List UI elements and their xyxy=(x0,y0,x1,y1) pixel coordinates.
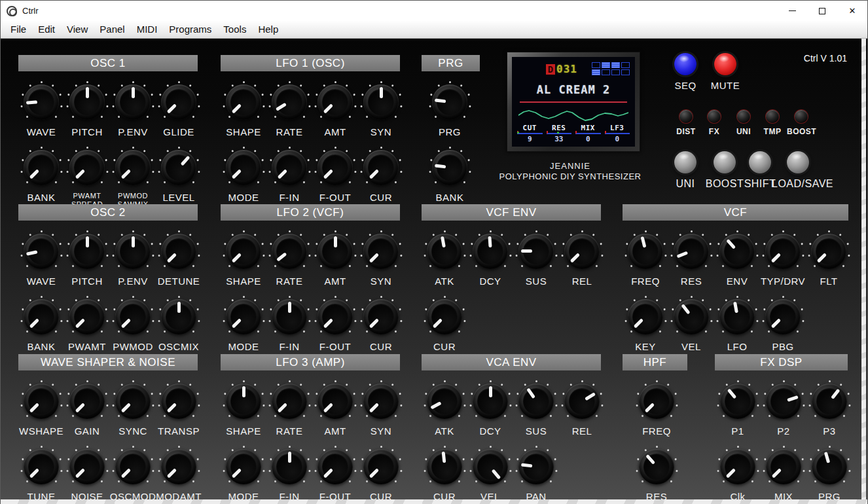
knob-osc1-glide[interactable] xyxy=(156,79,202,125)
knob-osc2-wave[interactable] xyxy=(18,228,64,274)
led-seq-lamp[interactable] xyxy=(674,53,696,75)
knob-vcfenv-sus[interactable] xyxy=(513,228,559,274)
knob-hpf-freq[interactable] xyxy=(634,378,679,424)
knob-wsn-wshape[interactable] xyxy=(18,378,64,424)
knob-osc1-pitch[interactable] xyxy=(64,79,110,125)
knob-osc2-p-env[interactable] xyxy=(110,228,156,274)
knob-wsn-modamt[interactable] xyxy=(156,444,202,490)
minimize-button[interactable] xyxy=(777,1,807,21)
menu-item-tools[interactable]: Tools xyxy=(217,21,252,38)
knob-osc1-wave[interactable] xyxy=(18,79,64,125)
knob-osc1-pwmod-sawmix[interactable] xyxy=(110,145,156,190)
knob-wsn-noise[interactable] xyxy=(64,444,110,490)
knob-lfo3-shape[interactable] xyxy=(221,378,266,424)
knob-vcfenv-rel[interactable] xyxy=(559,228,605,274)
knob-vcf-freq[interactable] xyxy=(623,228,668,274)
knob-osc2-oscmix[interactable] xyxy=(156,294,202,340)
knob-vcaenv-vel[interactable] xyxy=(467,444,513,490)
knob-vcf-env[interactable] xyxy=(714,228,760,274)
menu-item-midi[interactable]: MIDI xyxy=(131,21,164,38)
knob-vcaenv-dcy[interactable] xyxy=(467,378,513,424)
knob-vcaenv-cur[interactable] xyxy=(422,444,467,490)
knob-fxdsp-prg[interactable] xyxy=(806,444,852,490)
knob-osc2-pwamt[interactable] xyxy=(64,294,110,340)
menu-item-panel[interactable]: Panel xyxy=(94,21,130,38)
knob-vcfenv-atk[interactable] xyxy=(422,228,467,274)
knob-lfo2-mode[interactable] xyxy=(221,294,266,340)
button-uni[interactable] xyxy=(674,151,696,173)
knob-fxdsp-clk[interactable] xyxy=(715,444,761,490)
knob-fxdsp-p2[interactable] xyxy=(761,378,806,424)
button-shift[interactable] xyxy=(749,151,771,173)
knob-vcf-key[interactable] xyxy=(623,294,668,340)
knob-lfo1-f-out[interactable] xyxy=(312,145,358,190)
knob-lfo2-syn[interactable] xyxy=(358,228,404,274)
knob-lfo3-f-out[interactable] xyxy=(312,444,358,490)
knob-osc2-pwmod[interactable] xyxy=(110,294,156,340)
menu-item-programs[interactable]: Programs xyxy=(163,21,217,38)
knob-lfo2-rate[interactable] xyxy=(266,228,312,274)
knob-vcaenv-rel[interactable] xyxy=(559,378,605,424)
knob-wsn-tune[interactable] xyxy=(18,444,64,490)
menu-item-edit[interactable]: Edit xyxy=(32,21,61,38)
vertical-scrollbar[interactable] xyxy=(861,39,866,499)
knob-lfo3-amt[interactable] xyxy=(312,378,358,424)
knob-lfo2-f-out[interactable] xyxy=(312,294,358,340)
knob-wsn-sync[interactable] xyxy=(110,378,156,424)
knob-vcf-vel[interactable] xyxy=(668,294,714,340)
knob-lfo1-amt[interactable] xyxy=(312,79,358,125)
knob-lfo1-cur[interactable] xyxy=(358,145,404,190)
title-bar[interactable]: Ctrlr ✕ xyxy=(1,1,867,21)
knob-vcf-typ-drv[interactable] xyxy=(760,228,806,274)
knob-lfo3-mode[interactable] xyxy=(221,444,266,490)
knob-lfo3-syn[interactable] xyxy=(358,378,404,424)
knob-lfo3-cur[interactable] xyxy=(358,444,404,490)
knob-lfo1-syn[interactable] xyxy=(358,79,404,125)
menu-item-help[interactable]: Help xyxy=(252,21,284,38)
knob-osc1-level[interactable] xyxy=(156,145,202,190)
knob-row: TUNENOISEOSCMODMODAMT xyxy=(18,444,198,501)
knob-wsn-gain[interactable] xyxy=(64,378,110,424)
close-button[interactable]: ✕ xyxy=(837,1,867,21)
knob-lfo1-f-in[interactable] xyxy=(266,145,312,190)
knob-lfo1-shape[interactable] xyxy=(221,79,266,125)
knob-lfo2-shape[interactable] xyxy=(221,228,266,274)
knob-prg-prg[interactable] xyxy=(427,79,473,125)
knob-pointer xyxy=(64,228,110,274)
knob-lfo1-mode[interactable] xyxy=(221,145,266,190)
knob-fxdsp-p1[interactable] xyxy=(715,378,761,424)
knob-fxdsp-mix[interactable] xyxy=(761,444,806,490)
knob-osc2-bank[interactable] xyxy=(18,294,64,340)
knob-vcfenv-cur[interactable] xyxy=(422,294,467,340)
knob-wsn-oscmod[interactable] xyxy=(110,444,156,490)
knob-lfo3-f-in[interactable] xyxy=(266,444,312,490)
knob-lfo3-rate[interactable] xyxy=(266,378,312,424)
button-boost[interactable] xyxy=(714,151,736,173)
knob-osc2-pitch[interactable] xyxy=(64,228,110,274)
knob-osc1-bank[interactable] xyxy=(18,145,64,190)
led-mute-lamp[interactable] xyxy=(714,53,736,75)
menu-item-file[interactable]: File xyxy=(5,21,32,38)
knob-lfo2-f-in[interactable] xyxy=(266,294,312,340)
knob-vcaenv-sus[interactable] xyxy=(513,378,559,424)
knob-vcf-res[interactable] xyxy=(668,228,714,274)
knob-prg-bank[interactable] xyxy=(427,145,473,190)
knob-lfo1-rate[interactable] xyxy=(266,79,312,125)
knob-vcfenv-dcy[interactable] xyxy=(467,228,513,274)
knob-vcf-flt[interactable] xyxy=(806,228,852,274)
knob-osc1-pwamt-spread[interactable] xyxy=(64,145,110,190)
knob-fxdsp-p3[interactable] xyxy=(806,378,852,424)
knob-vcf-pbg[interactable] xyxy=(760,294,806,340)
knob-vcf-lfo[interactable] xyxy=(714,294,760,340)
knob-lfo2-cur[interactable] xyxy=(358,294,404,340)
knob-vcaenv-atk[interactable] xyxy=(422,378,467,424)
menu-item-view[interactable]: View xyxy=(61,21,94,38)
maximize-button[interactable] xyxy=(807,1,837,21)
button-load-save[interactable] xyxy=(787,151,809,173)
knob-osc2-detune[interactable] xyxy=(156,228,202,274)
knob-osc1-p-env[interactable] xyxy=(110,79,156,125)
knob-hpf-res[interactable] xyxy=(634,444,679,490)
knob-vcaenv-pan[interactable] xyxy=(513,444,559,490)
knob-lfo2-amt[interactable] xyxy=(312,228,358,274)
knob-wsn-transp[interactable] xyxy=(156,378,202,424)
